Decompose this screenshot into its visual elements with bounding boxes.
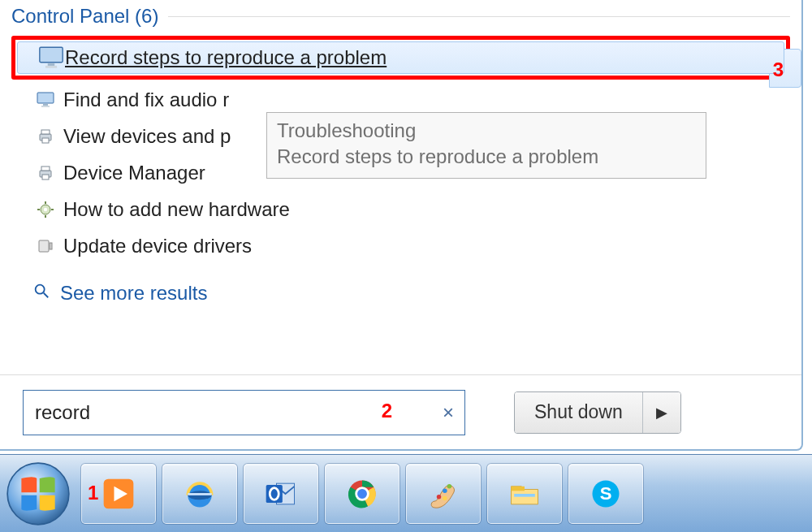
taskbar-internet-explorer[interactable] [162,464,237,524]
taskbar-chrome[interactable] [325,464,400,524]
see-more-label: See more results [60,282,207,305]
svg-rect-39 [514,494,535,497]
svg-rect-19 [50,243,52,249]
taskbar-skype[interactable]: S [568,464,643,524]
svg-rect-3 [37,93,54,103]
search-input[interactable] [23,390,465,435]
header-rule [168,16,790,17]
printer-icon [36,127,63,146]
monitor-icon [36,90,63,110]
start-menu-search-panel: Control Panel (6) Record steps to reprod… [0,0,803,451]
clear-search-icon[interactable]: × [443,401,454,424]
printer-icon [36,163,63,183]
svg-rect-18 [39,240,49,252]
svg-rect-27 [188,493,211,495]
result-how-to-add-hardware[interactable]: How to add new hardware [11,191,790,227]
annotation-1: 1 [88,482,98,504]
svg-point-20 [36,285,45,294]
taskbar-file-explorer[interactable] [487,464,562,524]
svg-rect-2 [45,66,57,68]
svg-rect-38 [512,486,525,491]
svg-rect-10 [41,167,50,171]
tooltip-line2: Record steps to reproduce a problem [277,144,696,170]
svg-point-36 [447,484,452,489]
monitor-icon [37,44,65,71]
annotation-3-highlight: Record steps to reproduce a problem [11,36,790,80]
taskbar: 1 S [0,454,812,532]
tooltip-line1: Troubleshooting [277,118,696,144]
shutdown-button[interactable]: Shut down [515,392,643,433]
gear-icon [36,200,63,219]
svg-rect-0 [40,47,63,62]
svg-rect-4 [43,104,48,106]
result-tooltip: Troubleshooting Record steps to reproduc… [266,112,706,179]
result-label: Record steps to reproduce a problem [65,46,387,69]
svg-rect-5 [41,106,50,107]
svg-point-13 [44,207,47,210]
result-update-drivers[interactable]: Update device drivers [11,227,790,264]
result-label: How to add new hardware [63,198,290,221]
svg-rect-1 [48,63,55,66]
svg-text:S: S [600,483,612,504]
start-menu-bottom-row: 2 × Shut down ▶ [0,374,801,449]
svg-line-21 [44,293,49,298]
results-group-header: Control Panel (6) [0,0,801,31]
svg-point-35 [443,488,447,493]
device-icon [36,236,63,256]
svg-rect-8 [42,138,49,143]
see-more-results[interactable]: See more results [0,269,801,313]
results-group-title: Control Panel (6) [11,5,158,28]
svg-point-34 [437,494,442,499]
search-icon [32,282,50,305]
svg-rect-11 [42,175,49,179]
result-label: View devices and p [63,125,231,148]
taskbar-outlook[interactable] [244,464,318,524]
result-label: Find and fix audio r [63,89,229,111]
svg-rect-7 [41,130,50,134]
shutdown-options-arrow[interactable]: ▶ [643,392,680,433]
start-button[interactable] [3,459,73,529]
annotation-2: 2 [382,400,392,422]
svg-point-37 [443,495,447,500]
result-label: Update device drivers [63,235,252,257]
search-box[interactable]: 2 × [23,390,465,435]
svg-point-22 [7,463,69,525]
result-label: Device Manager [63,162,205,184]
shutdown-split-button[interactable]: Shut down ▶ [514,391,681,434]
taskbar-paint[interactable] [406,464,481,524]
result-record-steps[interactable]: Record steps to reproduce a problem [17,41,784,74]
annotation-3: 3 [773,58,784,81]
